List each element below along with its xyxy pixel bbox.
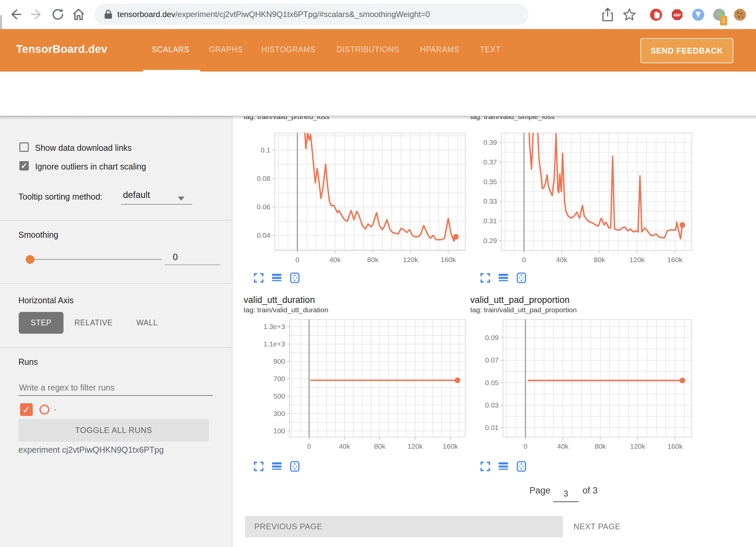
svg-text:500: 500 xyxy=(273,392,285,400)
svg-text:0: 0 xyxy=(307,442,311,450)
fit-domain-icon[interactable] xyxy=(516,461,527,472)
svg-text:80k: 80k xyxy=(595,442,606,450)
abp-extension-icon[interactable]: ABP xyxy=(671,9,683,21)
extension-badge: 1 xyxy=(720,16,727,25)
abp-label: ABP xyxy=(673,13,681,17)
chart-valid-utt-pad-proportion[interactable]: 0.010.030.050.070.09040k80k120k160k xyxy=(478,319,695,451)
fullscreen-icon[interactable] xyxy=(480,272,491,283)
back-icon[interactable] xyxy=(7,7,23,22)
url-text: tensorboard.dev/experiment/cj2vtPiwQHKN9… xyxy=(117,10,430,19)
svg-text:300: 300 xyxy=(273,410,285,417)
tab-hparams[interactable]: HPARAMS xyxy=(420,45,460,54)
reload-icon[interactable] xyxy=(50,7,66,22)
data-table-icon[interactable] xyxy=(271,272,282,283)
data-table-icon[interactable] xyxy=(498,461,509,472)
cookie-extension-icon[interactable] xyxy=(734,9,746,21)
v-extension-icon[interactable] xyxy=(692,9,704,21)
svg-text:0.33: 0.33 xyxy=(483,197,497,205)
tab-text[interactable]: TEXT xyxy=(480,45,501,54)
chart-valid-utt-duration[interactable]: 1003005007009001.1e+31.3e+3040k80k120k16… xyxy=(251,319,469,451)
fit-domain-icon[interactable] xyxy=(516,272,527,283)
smoothing-slider-knob[interactable] xyxy=(26,255,34,264)
tab-distributions[interactable]: DISTRIBUTIONS xyxy=(337,45,399,54)
svg-text:0: 0 xyxy=(295,256,299,263)
tab-histograms[interactable]: HISTOGRAMS xyxy=(261,45,316,54)
svg-text:160k: 160k xyxy=(667,256,682,263)
send-feedback-button[interactable]: SEND FEEDBACK xyxy=(640,38,733,63)
svg-text:160k: 160k xyxy=(667,442,683,450)
runs-filter-input[interactable] xyxy=(18,380,213,396)
run-checkbox[interactable]: ✓ xyxy=(20,403,33,416)
svg-text:80k: 80k xyxy=(594,256,605,263)
svg-text:0: 0 xyxy=(523,442,527,450)
home-icon[interactable] xyxy=(71,7,86,22)
fullscreen-icon[interactable] xyxy=(253,461,264,472)
chart-toolbar xyxy=(253,272,300,283)
svg-text:0.39: 0.39 xyxy=(483,138,497,146)
tab-scalars[interactable]: SCALARS xyxy=(152,45,190,54)
lock-icon xyxy=(104,9,113,19)
stop-hand-extension-icon[interactable] xyxy=(650,9,662,21)
svg-text:0.35: 0.35 xyxy=(483,178,497,186)
next-page-button[interactable]: NEXT PAGE xyxy=(574,516,621,537)
data-table-icon[interactable] xyxy=(271,461,282,472)
svg-text:0.1: 0.1 xyxy=(261,146,270,154)
smoothing-value-input[interactable]: 0 xyxy=(165,252,220,265)
smoothing-slider-track[interactable] xyxy=(29,259,162,260)
sub-band: Crea LSTM transducer training for LibriS… xyxy=(0,72,756,116)
experiment-id-label: experiment cj2vtPiwQHKN9Q1tx6PTpg xyxy=(18,445,164,455)
svg-text:0.03: 0.03 xyxy=(485,401,499,409)
run-color-swatch xyxy=(39,405,49,415)
show-download-links-checkbox[interactable] xyxy=(19,142,29,152)
svg-text:0.07: 0.07 xyxy=(485,356,499,364)
run-name: . xyxy=(54,403,56,412)
settings-sidebar: Show data download links ✓ Ignore outlie… xyxy=(0,116,233,547)
horizontal-axis-label: Horizontal Axis xyxy=(18,296,74,305)
chart-tag: tag: train/valid_utt_pad_proportion xyxy=(470,306,577,314)
fit-domain-icon[interactable] xyxy=(289,461,300,472)
url-path: /experiment/cj2vtPiwQHKN9Q1tx6PTpg/#scal… xyxy=(175,10,430,19)
svg-text:160k: 160k xyxy=(440,256,456,263)
toggle-all-runs-button[interactable]: TOGGLE ALL RUNS xyxy=(18,419,209,442)
svg-text:80k: 80k xyxy=(367,256,379,263)
chart-valid-simple-loss[interactable]: 0.290.310.330.350.370.39040k80k120k160k xyxy=(478,133,695,265)
app-header: TensorBoard.dev SCALARS GRAPHS HISTOGRAM… xyxy=(0,29,756,72)
previous-page-button[interactable]: PREVIOUS PAGE xyxy=(245,516,563,537)
browser-toolbar: tensorboard.dev/experiment/cj2vtPiwQHKN9… xyxy=(0,0,756,29)
ignore-outliers-checkbox[interactable]: ✓ xyxy=(19,161,29,171)
page-number-input[interactable]: 3 xyxy=(553,489,579,502)
axis-relative-button[interactable]: RELATIVE xyxy=(70,312,117,334)
fit-domain-icon[interactable] xyxy=(289,272,300,283)
tooltip-select-underline xyxy=(121,204,192,205)
svg-text:0.04: 0.04 xyxy=(257,231,270,239)
chart-tag-clipped: tag: train/valid_simple_loss xyxy=(470,116,657,122)
chart-toolbar xyxy=(480,272,527,283)
bookmark-star-icon[interactable] xyxy=(622,7,636,22)
url-host: tensorboard.dev xyxy=(117,10,175,19)
fullscreen-icon[interactable] xyxy=(253,272,264,283)
svg-text:0: 0 xyxy=(522,256,526,263)
axis-step-button[interactable]: STEP xyxy=(19,312,64,334)
tooltip-sorting-label: Tooltip sorting method: xyxy=(18,192,103,202)
svg-text:120k: 120k xyxy=(403,256,418,263)
status-extension-icon[interactable]: 1 xyxy=(713,9,725,21)
share-icon[interactable] xyxy=(601,7,614,22)
chart-toolbar xyxy=(480,461,527,472)
chart-valid-pruned-loss[interactable]: 0.040.060.080.1040k80k120k160k xyxy=(251,133,469,265)
chevron-down-icon[interactable] xyxy=(178,197,184,201)
data-table-icon[interactable] xyxy=(498,272,509,283)
tooltip-sorting-select[interactable]: default xyxy=(123,190,150,200)
chart-title: valid_utt_duration xyxy=(244,295,315,305)
app-logo: TensorBoard.dev xyxy=(16,43,107,56)
svg-text:1.1e+3: 1.1e+3 xyxy=(263,340,285,348)
url-bar[interactable]: tensorboard.dev/experiment/cj2vtPiwQHKN9… xyxy=(95,4,529,25)
ignore-outliers-label: Ignore outliers in chart scaling xyxy=(35,162,146,172)
svg-text:0.05: 0.05 xyxy=(485,379,499,387)
page-of-label: of 3 xyxy=(583,485,598,496)
tab-graphs[interactable]: GRAPHS xyxy=(209,45,243,54)
divider xyxy=(0,220,232,221)
axis-wall-button[interactable]: WALL xyxy=(129,312,165,334)
fullscreen-icon[interactable] xyxy=(480,461,491,472)
svg-text:0.09: 0.09 xyxy=(485,334,499,341)
forward-icon[interactable] xyxy=(29,7,45,22)
